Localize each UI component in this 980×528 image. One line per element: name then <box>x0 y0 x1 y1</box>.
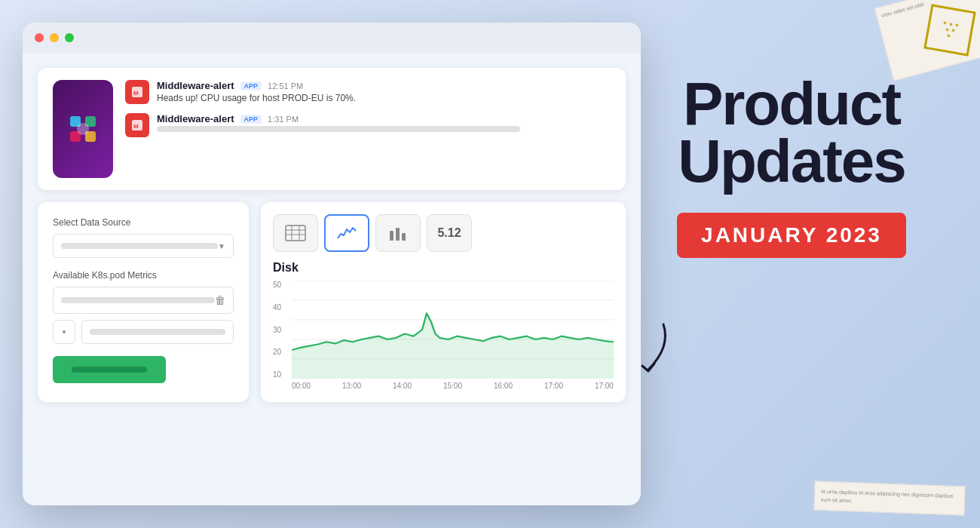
svg-rect-15 <box>396 228 400 241</box>
notif-app-name-2: Middleware-alert <box>157 113 234 124</box>
notif-bar-2 <box>157 126 520 132</box>
traffic-light-green[interactable] <box>65 33 74 42</box>
data-source-panel: Select Data Source ▼ Available K8s.pod M… <box>38 202 249 402</box>
filter-input[interactable] <box>81 320 234 344</box>
disk-chart-svg <box>292 281 614 379</box>
chart-panel: 5.12 Disk 50 40 30 20 10 <box>261 202 626 402</box>
slack-logo-container <box>53 80 113 178</box>
chart-btn-bar[interactable] <box>375 214 421 252</box>
traffic-light-yellow[interactable] <box>50 33 59 42</box>
notif-content-1: Middleware-alert APP 12:51 PM Heads up! … <box>157 80 611 103</box>
k8s-section: Available K8s.pod Metrics 🗑 ▼ <box>53 270 234 344</box>
notif-badge-2: APP <box>240 115 262 124</box>
select-data-source-label: Select Data Source <box>53 217 234 228</box>
notif-time-1: 12:51 PM <box>268 81 303 91</box>
traffic-light-red[interactable] <box>35 33 44 42</box>
metrics-input[interactable]: 🗑 <box>53 287 234 314</box>
notif-content-2: Middleware-alert APP 1:31 PM <box>157 113 611 132</box>
slack-icon <box>64 110 102 148</box>
filter-bar <box>90 329 225 335</box>
chart-btn-line[interactable] <box>324 214 369 252</box>
notifications-list: M Middleware-alert APP 12:51 PM Heads up… <box>125 80 611 137</box>
notification-item-1: M Middleware-alert APP 12:51 PM Heads up… <box>125 80 611 104</box>
january-banner: JANUARY 2023 <box>677 213 906 258</box>
chart-y-labels: 50 40 30 20 10 <box>273 281 292 379</box>
notif-badge-1: APP <box>240 81 262 91</box>
chevron-down-icon-filter: ▼ <box>61 329 67 336</box>
submit-button[interactable] <box>53 356 166 383</box>
svg-rect-9 <box>286 226 305 241</box>
deco-stamp: ★ ★ ★★ ★★ <box>923 4 976 57</box>
notif-avatar-2: M <box>125 113 149 137</box>
panels-row: Select Data Source ▼ Available K8s.pod M… <box>38 202 626 402</box>
product-updates-title: Product Updates <box>648 75 935 190</box>
chart-toolbar: 5.12 <box>273 214 614 252</box>
chevron-down-icon: ▼ <box>218 242 225 250</box>
data-source-dropdown[interactable]: ▼ <box>53 234 234 258</box>
svg-rect-14 <box>390 231 394 241</box>
bottom-deco-text: et urna dapibus et eros adipiscing nec d… <box>821 488 959 508</box>
chart-btn-number[interactable]: 5.12 <box>427 214 472 252</box>
svg-point-4 <box>77 123 89 135</box>
notification-card: M Middleware-alert APP 12:51 PM Heads up… <box>38 68 626 190</box>
filter-row: ▼ <box>53 320 234 344</box>
notif-time-2: 1:31 PM <box>268 115 299 124</box>
chart-btn-table[interactable] <box>273 214 318 252</box>
notif-message-1: Heads up! CPU usage for host PROD-EU is … <box>157 93 611 103</box>
product-updates-section: Product Updates JANUARY 2023 <box>648 75 935 258</box>
disk-chart-section: Disk 50 40 30 20 10 <box>273 261 614 390</box>
browser-window: M Middleware-alert APP 12:51 PM Heads up… <box>23 23 641 505</box>
chart-x-labels: 00:00 13:00 14:00 15:00 16:00 17:00 17:0… <box>292 382 614 390</box>
metrics-bar <box>61 297 215 303</box>
trash-icon[interactable]: 🗑 <box>215 294 225 306</box>
notif-header-2: Middleware-alert APP 1:31 PM <box>157 113 611 124</box>
disk-chart-title: Disk <box>273 261 614 275</box>
submit-btn-bar <box>72 367 147 373</box>
number-value: 5.12 <box>437 226 461 240</box>
notification-item-2: M Middleware-alert APP 1:31 PM <box>125 113 611 137</box>
svg-rect-16 <box>402 233 406 241</box>
svg-text:M: M <box>133 90 139 97</box>
k8s-metrics-label: Available K8s.pod Metrics <box>53 270 234 281</box>
filter-select[interactable]: ▼ <box>53 320 75 344</box>
svg-text:M: M <box>133 123 139 130</box>
notif-header-1: Middleware-alert APP 12:51 PM <box>157 80 611 91</box>
browser-content: M Middleware-alert APP 12:51 PM Heads up… <box>23 53 641 417</box>
bottom-right-decoration: et urna dapibus et eros adipiscing nec d… <box>813 481 965 516</box>
select-bar <box>61 243 218 249</box>
browser-titlebar <box>23 23 641 53</box>
notif-avatar-1: M <box>125 80 149 104</box>
notif-app-name-1: Middleware-alert <box>157 80 234 91</box>
chart-area: 50 40 30 20 10 <box>273 281 614 379</box>
